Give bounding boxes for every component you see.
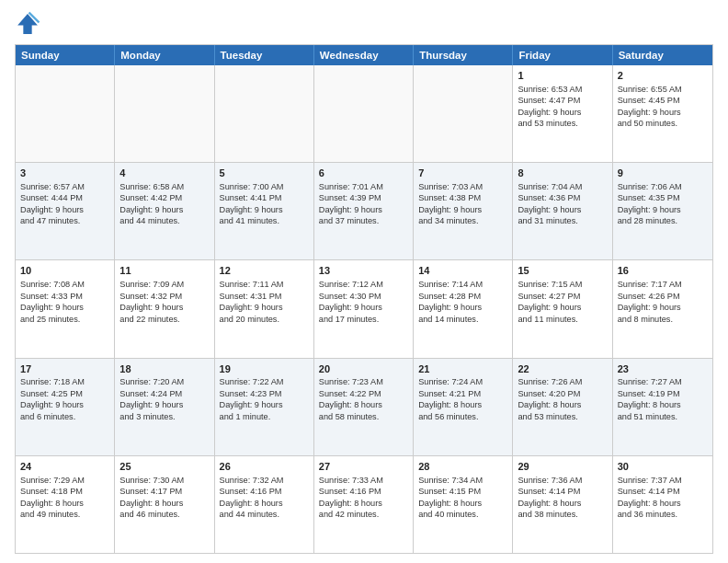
day-info: Sunrise: 7:18 AM Sunset: 4:25 PM Dayligh… <box>20 376 109 422</box>
day-number: 18 <box>119 362 209 376</box>
day-number: 24 <box>20 460 109 474</box>
logo <box>15 11 44 37</box>
day-number: 16 <box>618 264 708 278</box>
day-cell-5: 5Sunrise: 7:00 AM Sunset: 4:41 PM Daylig… <box>215 163 314 259</box>
day-number: 1 <box>518 69 607 83</box>
empty-cell-r0c4 <box>414 65 513 162</box>
day-cell-9: 9Sunrise: 7:06 AM Sunset: 4:35 PM Daylig… <box>613 163 712 259</box>
day-number: 25 <box>119 460 209 474</box>
day-info: Sunrise: 7:04 AM Sunset: 4:36 PM Dayligh… <box>518 181 607 227</box>
header-cell-saturday: Saturday <box>613 45 712 65</box>
day-number: 12 <box>220 264 309 278</box>
calendar-header: SundayMondayTuesdayWednesdayThursdayFrid… <box>16 45 712 65</box>
day-info: Sunrise: 6:57 AM Sunset: 4:44 PM Dayligh… <box>20 181 109 227</box>
day-cell-10: 10Sunrise: 7:08 AM Sunset: 4:33 PM Dayli… <box>16 260 115 357</box>
day-number: 11 <box>119 264 209 278</box>
calendar-row-1: 3Sunrise: 6:57 AM Sunset: 4:44 PM Daylig… <box>16 162 712 259</box>
day-number: 3 <box>20 167 109 180</box>
day-cell-11: 11Sunrise: 7:09 AM Sunset: 4:32 PM Dayli… <box>115 260 214 357</box>
header-cell-monday: Monday <box>115 45 214 65</box>
calendar-row-0: 1Sunrise: 6:53 AM Sunset: 4:47 PM Daylig… <box>16 65 712 162</box>
day-number: 14 <box>418 264 507 278</box>
day-cell-16: 16Sunrise: 7:17 AM Sunset: 4:26 PM Dayli… <box>613 260 712 357</box>
day-cell-20: 20Sunrise: 7:23 AM Sunset: 4:22 PM Dayli… <box>314 359 414 455</box>
day-info: Sunrise: 7:23 AM Sunset: 4:22 PM Dayligh… <box>319 376 408 422</box>
day-info: Sunrise: 7:24 AM Sunset: 4:21 PM Dayligh… <box>418 376 507 422</box>
day-cell-29: 29Sunrise: 7:36 AM Sunset: 4:14 PM Dayli… <box>513 456 612 553</box>
calendar-row-2: 10Sunrise: 7:08 AM Sunset: 4:33 PM Dayli… <box>16 259 712 357</box>
day-info: Sunrise: 7:26 AM Sunset: 4:20 PM Dayligh… <box>518 376 607 422</box>
calendar-row-4: 24Sunrise: 7:29 AM Sunset: 4:18 PM Dayli… <box>16 455 712 553</box>
day-number: 22 <box>518 362 607 376</box>
day-info: Sunrise: 7:03 AM Sunset: 4:38 PM Dayligh… <box>418 181 507 227</box>
header-cell-wednesday: Wednesday <box>314 45 414 65</box>
day-info: Sunrise: 7:15 AM Sunset: 4:27 PM Dayligh… <box>518 279 607 325</box>
header-cell-thursday: Thursday <box>414 45 513 65</box>
day-cell-12: 12Sunrise: 7:11 AM Sunset: 4:31 PM Dayli… <box>215 260 314 357</box>
day-cell-2: 2Sunrise: 6:55 AM Sunset: 4:45 PM Daylig… <box>613 65 712 162</box>
day-cell-21: 21Sunrise: 7:24 AM Sunset: 4:21 PM Dayli… <box>414 359 513 455</box>
day-cell-24: 24Sunrise: 7:29 AM Sunset: 4:18 PM Dayli… <box>16 456 115 553</box>
day-info: Sunrise: 7:17 AM Sunset: 4:26 PM Dayligh… <box>618 279 708 325</box>
day-info: Sunrise: 7:09 AM Sunset: 4:32 PM Dayligh… <box>119 279 209 325</box>
top-section <box>15 11 713 37</box>
day-number: 9 <box>618 167 708 180</box>
day-number: 30 <box>618 460 708 474</box>
day-info: Sunrise: 7:01 AM Sunset: 4:39 PM Dayligh… <box>319 181 408 227</box>
calendar: SundayMondayTuesdayWednesdayThursdayFrid… <box>15 44 713 554</box>
day-cell-7: 7Sunrise: 7:03 AM Sunset: 4:38 PM Daylig… <box>414 163 513 259</box>
day-info: Sunrise: 7:37 AM Sunset: 4:14 PM Dayligh… <box>618 475 708 521</box>
day-cell-6: 6Sunrise: 7:01 AM Sunset: 4:39 PM Daylig… <box>314 163 414 259</box>
page: SundayMondayTuesdayWednesdayThursdayFrid… <box>0 0 728 563</box>
day-number: 26 <box>220 460 309 474</box>
day-cell-26: 26Sunrise: 7:32 AM Sunset: 4:16 PM Dayli… <box>215 456 314 553</box>
day-cell-25: 25Sunrise: 7:30 AM Sunset: 4:17 PM Dayli… <box>115 456 214 553</box>
day-number: 28 <box>418 460 507 474</box>
day-cell-8: 8Sunrise: 7:04 AM Sunset: 4:36 PM Daylig… <box>513 163 612 259</box>
day-number: 17 <box>20 362 109 376</box>
day-cell-19: 19Sunrise: 7:22 AM Sunset: 4:23 PM Dayli… <box>215 359 314 455</box>
day-cell-15: 15Sunrise: 7:15 AM Sunset: 4:27 PM Dayli… <box>513 260 612 357</box>
day-number: 21 <box>418 362 507 376</box>
day-number: 10 <box>20 264 109 278</box>
calendar-row-3: 17Sunrise: 7:18 AM Sunset: 4:25 PM Dayli… <box>16 358 712 455</box>
header-cell-friday: Friday <box>513 45 612 65</box>
day-number: 13 <box>319 264 408 278</box>
day-info: Sunrise: 7:11 AM Sunset: 4:31 PM Dayligh… <box>220 279 309 325</box>
day-number: 5 <box>220 167 309 180</box>
day-number: 27 <box>319 460 408 474</box>
calendar-body: 1Sunrise: 6:53 AM Sunset: 4:47 PM Daylig… <box>16 65 712 553</box>
day-cell-1: 1Sunrise: 6:53 AM Sunset: 4:47 PM Daylig… <box>513 65 612 162</box>
day-info: Sunrise: 7:29 AM Sunset: 4:18 PM Dayligh… <box>20 475 109 521</box>
day-info: Sunrise: 7:22 AM Sunset: 4:23 PM Dayligh… <box>220 376 309 422</box>
day-cell-23: 23Sunrise: 7:27 AM Sunset: 4:19 PM Dayli… <box>613 359 712 455</box>
empty-cell-r0c0 <box>16 65 115 162</box>
day-number: 2 <box>618 69 708 83</box>
empty-cell-r0c2 <box>215 65 314 162</box>
day-cell-14: 14Sunrise: 7:14 AM Sunset: 4:28 PM Dayli… <box>414 260 513 357</box>
day-number: 29 <box>518 460 607 474</box>
day-info: Sunrise: 7:20 AM Sunset: 4:24 PM Dayligh… <box>119 376 209 422</box>
empty-cell-r0c3 <box>314 65 414 162</box>
day-number: 6 <box>319 167 408 180</box>
day-info: Sunrise: 7:12 AM Sunset: 4:30 PM Dayligh… <box>319 279 408 325</box>
day-number: 7 <box>418 167 507 180</box>
day-cell-3: 3Sunrise: 6:57 AM Sunset: 4:44 PM Daylig… <box>16 163 115 259</box>
day-cell-18: 18Sunrise: 7:20 AM Sunset: 4:24 PM Dayli… <box>115 359 214 455</box>
day-number: 4 <box>119 167 209 180</box>
day-number: 23 <box>618 362 708 376</box>
day-cell-27: 27Sunrise: 7:33 AM Sunset: 4:16 PM Dayli… <box>314 456 414 553</box>
header-cell-sunday: Sunday <box>16 45 115 65</box>
day-info: Sunrise: 7:34 AM Sunset: 4:15 PM Dayligh… <box>418 475 507 521</box>
day-cell-17: 17Sunrise: 7:18 AM Sunset: 4:25 PM Dayli… <box>16 359 115 455</box>
empty-cell-r0c1 <box>115 65 214 162</box>
day-cell-4: 4Sunrise: 6:58 AM Sunset: 4:42 PM Daylig… <box>115 163 214 259</box>
day-cell-30: 30Sunrise: 7:37 AM Sunset: 4:14 PM Dayli… <box>613 456 712 553</box>
day-info: Sunrise: 7:06 AM Sunset: 4:35 PM Dayligh… <box>618 181 708 227</box>
day-info: Sunrise: 7:32 AM Sunset: 4:16 PM Dayligh… <box>220 475 309 521</box>
header-cell-tuesday: Tuesday <box>215 45 314 65</box>
day-number: 15 <box>518 264 607 278</box>
day-info: Sunrise: 7:08 AM Sunset: 4:33 PM Dayligh… <box>20 279 109 325</box>
day-info: Sunrise: 7:33 AM Sunset: 4:16 PM Dayligh… <box>319 475 408 521</box>
day-number: 19 <box>220 362 309 376</box>
